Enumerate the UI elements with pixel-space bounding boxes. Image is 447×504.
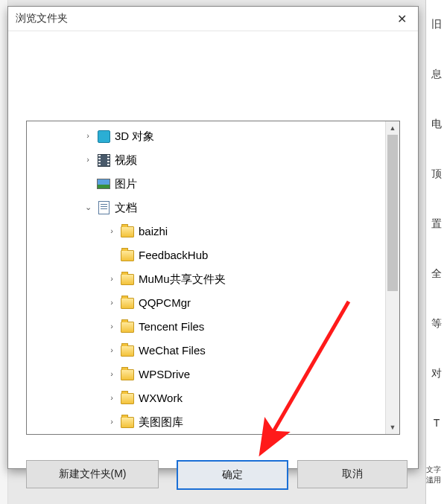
tree-item[interactable]: ›baizhi: [27, 220, 385, 243]
cancel-label: 取消: [342, 468, 363, 481]
chevron-right-icon[interactable]: ›: [107, 369, 116, 379]
folder-icon: [121, 415, 134, 429]
chevron-right-icon[interactable]: ›: [107, 393, 116, 403]
tree-item-label: baizhi: [139, 225, 168, 238]
chevron-right-icon[interactable]: ›: [107, 345, 116, 355]
folder-tree[interactable]: ›3D 对象›视频›图片⌄文档›baizhi›FeedbackHub›MuMu共…: [27, 121, 385, 434]
tree-item-label: WPSDrive: [139, 368, 190, 381]
bg-label: 对: [431, 367, 442, 380]
tree-item[interactable]: ›WPSDrive: [27, 363, 385, 386]
bg-label: 全: [431, 267, 442, 281]
close-icon: ✕: [397, 12, 407, 26]
tree-item[interactable]: ›Tencent Files: [27, 315, 385, 339]
tree-item[interactable]: ›视频: [27, 148, 385, 172]
tree-item[interactable]: ›图片: [27, 172, 385, 196]
folder-icon: [121, 249, 134, 262]
bg-label: 等: [431, 317, 442, 331]
tree-scrollbar[interactable]: ▲ ▼: [385, 121, 399, 434]
close-button[interactable]: ✕: [385, 7, 418, 31]
tree-item-label: FeedbackHub: [139, 249, 208, 262]
tree-item[interactable]: ›WeChat Files: [27, 339, 385, 363]
scroll-thumb[interactable]: [387, 135, 398, 291]
scroll-down-arrow-icon[interactable]: ▼: [386, 421, 399, 434]
browse-folder-dialog: 浏览文件夹 ✕ ›3D 对象›视频›图片⌄文档›baizhi›FeedbackH…: [7, 6, 419, 469]
chevron-right-icon[interactable]: ›: [107, 226, 116, 236]
bg-label: 置: [431, 217, 442, 231]
folder-icon: [121, 344, 134, 357]
chevron-right-icon[interactable]: ›: [107, 322, 116, 331]
dialog-titlebar: 浏览文件夹 ✕: [8, 7, 418, 31]
folder-tree-container: ›3D 对象›视频›图片⌄文档›baizhi›FeedbackHub›MuMu共…: [26, 121, 400, 435]
tree-item[interactable]: ›美图图库: [27, 410, 385, 434]
tree-item[interactable]: ›3D 对象: [27, 124, 385, 148]
folder-icon: [121, 296, 134, 310]
tree-item-label: 美图图库: [139, 415, 183, 429]
tree-item[interactable]: ›FeedbackHub: [27, 243, 385, 267]
tree-item-label: 文档: [115, 201, 137, 214]
bg-label: 旧: [431, 18, 442, 31]
tree-item-label: 视频: [115, 153, 137, 167]
tree-item-label: 图片: [115, 177, 137, 191]
folder-icon: [121, 392, 134, 405]
chevron-down-icon[interactable]: ⌄: [83, 202, 92, 212]
new-folder-button[interactable]: 新建文件夹(M): [26, 460, 159, 488]
ok-button[interactable]: 确定: [177, 460, 288, 490]
tree-item-label: WXWork: [139, 392, 183, 405]
scroll-up-arrow-icon[interactable]: ▲: [386, 121, 399, 135]
new-folder-label: 新建文件夹(M): [59, 468, 127, 481]
bg-label: 顶: [431, 168, 442, 181]
tree-item[interactable]: ⌄文档: [27, 196, 385, 220]
tree-item-label: QQPCMgr: [139, 296, 191, 310]
folder-icon: [121, 368, 134, 381]
folder-icon: [121, 272, 134, 286]
tree-item-label: MuMu共享文件夹: [139, 272, 226, 286]
bg-label: 电: [431, 118, 442, 131]
dialog-button-row: 新建文件夹(M) 确定 取消: [8, 448, 418, 504]
tree-item-label: 3D 对象: [115, 130, 154, 143]
pictures-icon: [97, 177, 110, 191]
chevron-right-icon[interactable]: ›: [83, 155, 92, 165]
chevron-right-icon[interactable]: ›: [83, 131, 92, 141]
bg-label: 文字滥用: [426, 465, 447, 485]
tree-item-label: WeChat Files: [139, 344, 206, 357]
tree-item[interactable]: ›QQPCMgr: [27, 291, 385, 315]
chevron-right-icon[interactable]: ›: [107, 274, 116, 284]
video-icon: [97, 153, 110, 167]
dialog-upper-spacer: [26, 42, 400, 121]
dialog-content: ›3D 对象›视频›图片⌄文档›baizhi›FeedbackHub›MuMu共…: [8, 31, 418, 448]
folder-icon: [121, 320, 134, 334]
bg-label: T: [434, 417, 440, 429]
folder-icon: [121, 225, 134, 238]
tree-item[interactable]: ›WXWork: [27, 386, 385, 410]
tree-item-label: Tencent Files: [139, 320, 204, 334]
dialog-title: 浏览文件夹: [16, 12, 385, 25]
chevron-right-icon[interactable]: ›: [107, 417, 116, 427]
background-right-panel: 旧 息 电 顶 置 全 等 对 T 文字滥用: [425, 0, 447, 504]
tree-item[interactable]: ›MuMu共享文件夹: [27, 267, 385, 291]
3d-objects-icon: [97, 130, 110, 143]
cancel-button[interactable]: 取消: [297, 460, 408, 488]
bg-label: 息: [431, 68, 442, 81]
ok-label: 确定: [222, 468, 243, 482]
documents-icon: [97, 201, 110, 214]
chevron-right-icon[interactable]: ›: [107, 298, 116, 307]
